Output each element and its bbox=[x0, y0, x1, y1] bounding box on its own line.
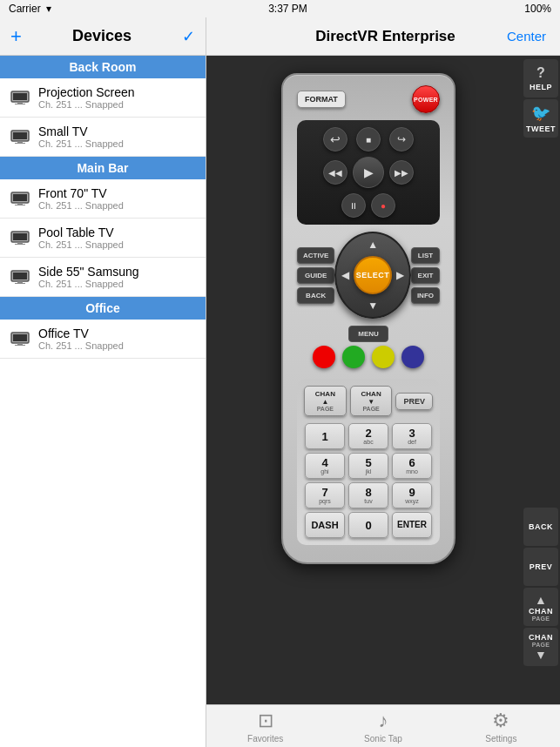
select-button[interactable]: SELECT bbox=[354, 256, 392, 294]
tab-sonic-tap-label: Sonic Tap bbox=[364, 734, 402, 744]
favorites-icon: ⊡ bbox=[258, 710, 273, 732]
device-sub: Ch. 251 ... Snapped bbox=[38, 99, 195, 110]
sidebar-title: Devices bbox=[22, 27, 182, 45]
yellow-button[interactable] bbox=[372, 346, 395, 368]
forward-button[interactable]: ↪ bbox=[389, 127, 414, 151]
num-6-button[interactable]: 6mno bbox=[392, 453, 432, 479]
active-button[interactable]: ACTIVE bbox=[297, 247, 334, 264]
device-front-tv[interactable]: Front 70" TV Ch. 251 ... Snapped bbox=[0, 179, 206, 219]
svg-rect-10 bbox=[17, 203, 23, 205]
num-5-button[interactable]: 5jkl bbox=[348, 453, 388, 479]
tab-settings[interactable]: ⚙ Settings bbox=[442, 710, 560, 744]
stop-button[interactable]: ■ bbox=[356, 127, 381, 151]
device-small-tv[interactable]: Small TV Ch. 251 ... Snapped bbox=[0, 118, 206, 157]
tweet-icon: 🐦 bbox=[531, 104, 550, 123]
time-label: 3:37 PM bbox=[268, 3, 307, 15]
chan-down-sidebar-button[interactable]: CHAN PAGE ▼ bbox=[523, 628, 558, 666]
format-button[interactable]: FORMAT bbox=[297, 91, 346, 108]
tweet-button[interactable]: 🐦 TWEET bbox=[523, 99, 558, 138]
svg-rect-9 bbox=[13, 194, 27, 201]
dpad: ▲ ▼ ◀ ▶ SELECT bbox=[334, 232, 411, 319]
power-button[interactable]: POWER bbox=[412, 85, 440, 113]
skip-forward-button[interactable]: ▶▶ bbox=[389, 160, 414, 185]
svg-rect-14 bbox=[17, 242, 23, 244]
device-name: Pool Table TV bbox=[38, 225, 195, 239]
sidebar-header: + Devices ✓ bbox=[0, 17, 206, 56]
help-button[interactable]: ? HELP bbox=[523, 59, 558, 98]
device-name: Small TV bbox=[38, 124, 195, 138]
svg-rect-15 bbox=[15, 244, 25, 245]
center-button[interactable]: Center bbox=[507, 29, 546, 44]
rewind-button[interactable]: ↩ bbox=[323, 127, 347, 151]
num-9-button[interactable]: 9wxyz bbox=[392, 482, 432, 508]
num-3-button[interactable]: 3def bbox=[392, 423, 432, 449]
exit-button[interactable]: EXIT bbox=[411, 267, 440, 284]
chan-up-button[interactable]: CHAN ▲ PAGE bbox=[304, 386, 347, 416]
device-sub: Ch. 251 ... Snapped bbox=[38, 138, 195, 149]
svg-rect-7 bbox=[15, 143, 25, 144]
num-2-button[interactable]: 2abc bbox=[348, 423, 388, 449]
record-button[interactable]: ● bbox=[371, 193, 395, 218]
help-icon: ? bbox=[536, 65, 545, 81]
prev-button[interactable]: PREV bbox=[395, 393, 433, 410]
numpad: 1 2abc 3def 4ghi 5jkl 6mno bbox=[304, 423, 433, 538]
back-sidebar-button[interactable]: BACK bbox=[523, 508, 558, 546]
carrier-label: Carrier bbox=[9, 3, 41, 15]
done-button[interactable]: ✓ bbox=[182, 27, 195, 46]
svg-rect-18 bbox=[17, 281, 23, 283]
tab-sonic-tap[interactable]: ♪ Sonic Tap bbox=[324, 710, 442, 744]
battery-label: 100% bbox=[524, 3, 551, 15]
nav-bar: DirectVR Enterprise Center bbox=[206, 17, 560, 56]
dpad-right-button[interactable]: ▶ bbox=[396, 269, 404, 281]
chan-up-sidebar-button[interactable]: ▲ CHAN PAGE bbox=[523, 588, 558, 626]
back-remote-button[interactable]: BACK bbox=[297, 287, 334, 304]
num-4-button[interactable]: 4ghi bbox=[305, 453, 345, 479]
enter-button[interactable]: ENTER bbox=[392, 512, 432, 538]
svg-rect-23 bbox=[15, 345, 25, 346]
device-name: Office TV bbox=[38, 326, 195, 340]
tab-settings-label: Settings bbox=[485, 734, 516, 744]
section-main-bar: Main Bar bbox=[0, 157, 206, 179]
play-button[interactable]: ▶ bbox=[353, 157, 384, 188]
info-button[interactable]: INFO bbox=[411, 287, 440, 304]
chan-down-button[interactable]: CHAN ▼ PAGE bbox=[350, 386, 393, 416]
dpad-left-button[interactable]: ◀ bbox=[341, 269, 349, 281]
tab-bar: ⊡ Favorites ♪ Sonic Tap ⚙ Settings bbox=[206, 704, 560, 747]
tab-favorites[interactable]: ⊡ Favorites bbox=[206, 710, 324, 744]
device-sub: Ch. 251 ... Snapped bbox=[38, 239, 195, 250]
prev-sidebar-button[interactable]: PREV bbox=[523, 548, 558, 586]
device-name: Front 70" TV bbox=[38, 186, 195, 200]
dpad-down-button[interactable]: ▼ bbox=[368, 299, 378, 312]
num-8-button[interactable]: 8tuv bbox=[348, 482, 388, 508]
blue-button[interactable] bbox=[401, 346, 424, 368]
svg-rect-21 bbox=[13, 334, 27, 341]
device-projection-screen[interactable]: Projection Screen Ch. 251 ... Snapped bbox=[0, 78, 206, 118]
remote-control: FORMAT POWER ↩ ■ ↪ bbox=[273, 64, 464, 573]
device-pool-table-tv[interactable]: Pool Table TV Ch. 251 ... Snapped bbox=[0, 219, 206, 258]
device-name: Projection Screen bbox=[38, 85, 195, 99]
dash-button[interactable]: DASH bbox=[305, 512, 345, 538]
green-button[interactable] bbox=[342, 346, 365, 368]
dpad-up-button[interactable]: ▲ bbox=[368, 239, 378, 251]
device-sub: Ch. 251 ... Snapped bbox=[38, 279, 195, 289]
list-button[interactable]: LIST bbox=[411, 247, 440, 264]
svg-rect-13 bbox=[13, 233, 27, 240]
num-7-button[interactable]: 7pqrs bbox=[305, 482, 345, 508]
svg-rect-1 bbox=[13, 93, 27, 100]
red-button[interactable] bbox=[313, 346, 335, 368]
device-side-samsung[interactable]: Side 55" Samsung Ch. 251 ... Snapped bbox=[0, 258, 206, 297]
device-office-tv[interactable]: Office TV Ch. 251 ... Snapped bbox=[0, 320, 206, 359]
nav-title: DirectVR Enterprise bbox=[264, 28, 507, 45]
skip-back-button[interactable]: ◀◀ bbox=[323, 160, 347, 185]
svg-rect-6 bbox=[17, 141, 23, 143]
num-0-button[interactable]: 0 bbox=[348, 512, 388, 538]
guide-button[interactable]: GUIDE bbox=[297, 267, 334, 284]
menu-button[interactable]: MENU bbox=[348, 326, 388, 342]
right-sidebar: ? HELP 🐦 TWEET BACK PREV ▲ CHAN PAGE bbox=[522, 56, 560, 666]
pause-button[interactable]: ⏸ bbox=[341, 193, 366, 218]
num-1-button[interactable]: 1 bbox=[305, 423, 345, 449]
add-device-button[interactable]: + bbox=[10, 27, 22, 46]
wifi-icon: ▾ bbox=[46, 3, 51, 15]
svg-rect-19 bbox=[15, 283, 25, 284]
sonic-tap-icon: ♪ bbox=[378, 710, 388, 732]
